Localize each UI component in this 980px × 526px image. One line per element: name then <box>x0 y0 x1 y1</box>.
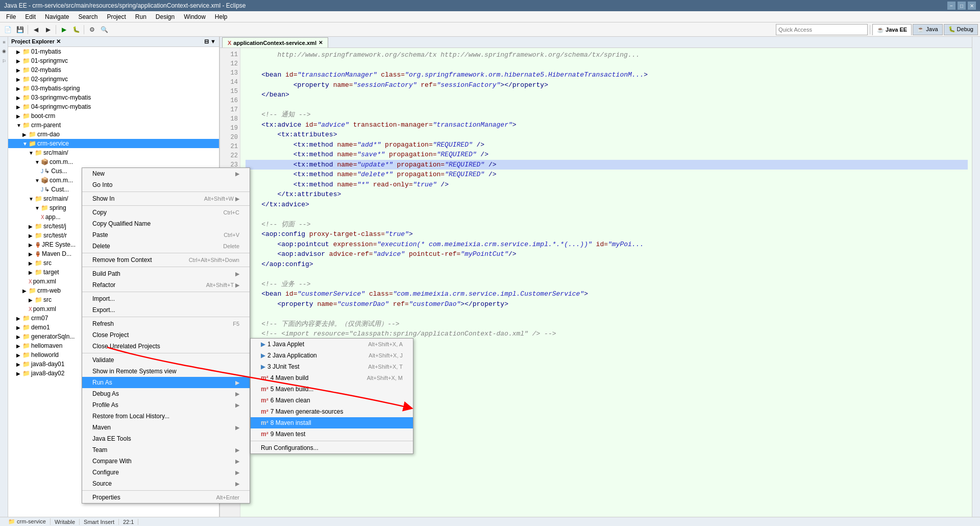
tree-02-springmvc[interactable]: ▶📁 02-springmvc <box>8 75 219 84</box>
toolbar-run[interactable]: ▶ <box>58 24 69 35</box>
toolbar-sep4 <box>870 25 870 34</box>
tree-01-mybatis[interactable]: ▶📁 01-mybatis <box>8 47 219 56</box>
ctx-delete[interactable]: DeleteDelete <box>82 241 250 252</box>
code-line-36: <property name="customerDao" ref="custom… <box>246 299 968 309</box>
ctx-maven-build-dots[interactable]: m²5 Maven build... <box>251 384 413 395</box>
ctx-paste[interactable]: PasteCtrl+V <box>82 229 250 241</box>
menu-help[interactable]: Help <box>211 12 232 21</box>
sidebar-icon-2[interactable]: ◉ <box>1 46 8 56</box>
tree-crm-dao[interactable]: ▶📁 crm-dao <box>8 130 219 139</box>
toolbar-misc2[interactable]: 🔍 <box>99 24 110 35</box>
ctx-maven-test[interactable]: m²9 Maven test <box>251 428 413 440</box>
toolbar-forward[interactable]: ▶ <box>42 24 54 35</box>
editor-tab-appctx[interactable]: X applicationContext-service.xml ✕ <box>222 37 328 47</box>
toolbar-misc1[interactable]: ⚙ <box>86 24 97 35</box>
ctx-copy-qualified[interactable]: Copy Qualified Name <box>82 218 250 229</box>
ctx-refresh[interactable]: RefreshF5 <box>82 318 250 329</box>
ctx-refactor[interactable]: RefactorAlt+Shift+T ▶ <box>82 279 250 291</box>
left-sidebar-icons: ≡ ◉ ⚐ <box>0 37 8 517</box>
ctx-restore-local[interactable]: Restore from Local History... <box>82 411 250 422</box>
tree-com-m[interactable]: ▼📦 com.m... <box>8 157 219 166</box>
ctx-maven[interactable]: Maven▶ <box>82 422 250 433</box>
editor-tabs: X applicationContext-service.xml ✕ <box>220 37 972 48</box>
tree-boot-crm[interactable]: ▶📁 boot-crm <box>8 111 219 121</box>
ctx-compare-with[interactable]: Compare With▶ <box>82 456 250 467</box>
ctx-run-as[interactable]: Run As▶ <box>82 377 250 388</box>
ctx-show-remote[interactable]: Show in Remote Systems view <box>82 366 250 377</box>
ctx-close-project[interactable]: Close Project <box>82 329 250 341</box>
close-button[interactable]: ✕ <box>968 2 976 10</box>
editor-tab-close[interactable]: ✕ <box>318 40 323 45</box>
tree-01-springmvc[interactable]: ▶📁 01-springmvc <box>8 56 219 65</box>
minimize-button[interactable]: − <box>947 2 955 10</box>
pe-menu[interactable]: ▼ <box>210 38 216 44</box>
sidebar-icon-1[interactable]: ≡ <box>1 39 8 45</box>
menu-project[interactable]: Project <box>103 12 130 21</box>
menu-search[interactable]: Search <box>74 12 102 21</box>
code-line-22: <tx:method name="update*" propagation="R… <box>246 160 968 170</box>
maximize-button[interactable]: □ <box>958 2 966 10</box>
toolbar-save[interactable]: 💾 <box>14 24 26 35</box>
code-line-28: <!-- 切面 --> <box>246 220 968 230</box>
perspective-javaee[interactable]: ☕ Java EE <box>872 24 912 35</box>
ctx-team[interactable]: Team▶ <box>82 444 250 456</box>
menu-file[interactable]: File <box>2 12 20 21</box>
quick-access-input[interactable] <box>776 24 868 35</box>
perspective-java[interactable]: ☕ Java <box>913 24 942 35</box>
ctx-remove-context[interactable]: Remove from ContextCtrl+Alt+Shift+Down <box>82 254 250 266</box>
toolbar-new[interactable]: 📄 <box>2 24 13 35</box>
title-bar: Java EE - crm-service/src/main/resources… <box>0 0 980 11</box>
menu-navigate[interactable]: Navigate <box>41 12 73 21</box>
ctx-java-applet[interactable]: ▶1 Java Applet Alt+Shift+X, A <box>251 339 413 350</box>
tree-03-mybatis-spring[interactable]: ▶📁 03-mybatis-spring <box>8 84 219 93</box>
tree-src-main[interactable]: ▼📁 src/main/ <box>8 148 219 157</box>
ctx-show-in[interactable]: Show InAlt+Shift+W ▶ <box>82 193 250 204</box>
ctx-validate[interactable]: Validate <box>82 354 250 366</box>
ctx-export[interactable]: Export... <box>82 304 250 316</box>
perspective-debug[interactable]: 🐛 Debug <box>944 24 978 35</box>
code-line-11: http://www.springframework.org/schema/tx… <box>246 50 968 60</box>
ctx-debug-as[interactable]: Debug As▶ <box>82 388 250 399</box>
ctx-sep7 <box>82 353 250 353</box>
code-line-26: </tx:advice> <box>246 200 968 210</box>
ctx-properties[interactable]: PropertiesAlt+Enter <box>82 492 250 503</box>
ctx-source[interactable]: Source▶ <box>82 478 250 489</box>
ctx-java-ee-tools[interactable]: Java EE Tools <box>82 433 250 444</box>
ctx-maven-install[interactable]: m²8 Maven install <box>251 417 413 428</box>
ctx-profile-as[interactable]: Profile As▶ <box>82 399 250 411</box>
ctx-copy[interactable]: CopyCtrl+C <box>82 207 250 218</box>
tree-02-mybatis[interactable]: ▶📁 02-mybatis <box>8 65 219 75</box>
menu-design[interactable]: Design <box>152 12 179 21</box>
code-line-13: <bean id="transactionManager" class="org… <box>246 70 968 80</box>
code-line-31: <aop:advisor advice-ref="advice" pointcu… <box>246 249 968 259</box>
sidebar-icon-3[interactable]: ⚐ <box>1 57 8 66</box>
tree-04-springmvc-mybatis[interactable]: ▶📁 04-springmvc-mybatis <box>8 102 219 111</box>
ctx-configure[interactable]: Configure▶ <box>82 467 250 478</box>
ctx-new[interactable]: New▶ <box>82 168 250 179</box>
project-explorer-controls: ⊟ ▼ <box>204 38 216 45</box>
tree-03-springmvc-mybatis[interactable]: ▶📁 03-springmvc-mybatis <box>8 93 219 102</box>
pe-minimize[interactable]: ⊟ <box>204 38 209 44</box>
toolbar-debug[interactable]: 🐛 <box>70 24 82 35</box>
menu-window[interactable]: Window <box>180 12 210 21</box>
code-line-16 <box>246 100 968 110</box>
tree-crm-service[interactable]: ▼📁 crm-service <box>8 139 219 148</box>
ctx-junit-test[interactable]: ▶3 JUnit Test Alt+Shift+X, T <box>251 361 413 372</box>
ctx-maven-clean[interactable]: m²6 Maven clean <box>251 395 413 406</box>
status-project: 📁 crm-service <box>4 518 51 525</box>
menu-edit[interactable]: Edit <box>21 12 40 21</box>
code-line-18: <tx:advice id="advice" transaction-manag… <box>246 120 968 130</box>
ctx-build-path[interactable]: Build Path▶ <box>82 268 250 279</box>
ctx-maven-generate-sources[interactable]: m²7 Maven generate-sources <box>251 406 413 417</box>
ctx-close-unrelated[interactable]: Close Unrelated Projects <box>82 341 250 352</box>
ctx-go-into[interactable]: Go Into <box>82 179 250 190</box>
code-line-21: <tx:method name="save*" propagation="REQ… <box>246 150 968 160</box>
ctx-maven-build[interactable]: m²4 Maven build Alt+Shift+X, M <box>251 372 413 384</box>
menu-run[interactable]: Run <box>131 12 151 21</box>
tree-crm-parent[interactable]: ▼📁 crm-parent <box>8 121 219 130</box>
toolbar-back[interactable]: ◀ <box>30 24 41 35</box>
ctx-java-application[interactable]: ▶2 Java Application Alt+Shift+X, J <box>251 350 413 361</box>
menu-bar: File Edit Navigate Search Project Run De… <box>0 11 980 22</box>
ctx-run-configurations[interactable]: Run Configurations... <box>251 442 413 453</box>
ctx-import[interactable]: Import... <box>82 293 250 304</box>
